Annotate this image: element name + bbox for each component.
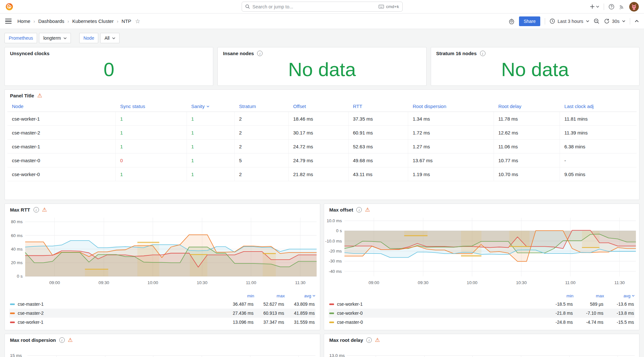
favorite-star-icon[interactable]: ☆ (135, 18, 140, 25)
legend-series-label[interactable]: cse-worker-0 (337, 311, 363, 316)
svg-text:10:00: 10:00 (148, 280, 158, 285)
grafana-logo-icon[interactable] (5, 3, 14, 11)
legend-sort-max[interactable]: max (573, 293, 604, 298)
panel-title[interactable]: Panel Title (10, 93, 34, 98)
series-color-swatch (10, 303, 15, 305)
info-icon: i (59, 337, 65, 343)
svg-text:11:00: 11:00 (565, 280, 575, 285)
max-root-dispersion-chart[interactable]: 15 ms (10, 355, 315, 357)
divider (604, 4, 604, 10)
max-rtt-chart[interactable]: 80 ms60 ms40 ms20 ms0 s09:0009:3010:0010… (5, 214, 320, 291)
cell-sync: 1 (116, 167, 187, 181)
user-avatar[interactable] (629, 2, 639, 12)
column-header-rtt[interactable]: RTT (349, 104, 409, 109)
warning-icon[interactable]: ⚠ (365, 207, 370, 213)
column-header-stratum[interactable]: Stratum (235, 104, 289, 109)
column-header-root-delay[interactable]: Root delay (494, 104, 560, 109)
column-header-sanity[interactable]: Sanity (187, 104, 235, 109)
cell-root_dispersion: 13.67 ms (408, 154, 494, 167)
svg-text:-30 ms: -30 ms (329, 259, 342, 264)
panel-max-rtt: Max RTT i ⚠ 80 ms60 ms40 ms20 ms0 s09:00… (5, 203, 320, 330)
info-icon: i (366, 337, 372, 343)
column-header-last-clock-adj[interactable]: Last clock adj (560, 104, 637, 109)
node-variable-select[interactable]: All (100, 33, 120, 43)
breadcrumb-dashboards[interactable]: Dashboards (38, 18, 64, 24)
cell-rtt: 43.11 ms (349, 167, 409, 181)
column-header-node[interactable]: Node (7, 104, 116, 109)
legend-min-value: -18.5 ms (542, 302, 573, 307)
news-feed-icon[interactable] (619, 4, 625, 10)
cell-offset: 18.46 ms (289, 112, 349, 125)
datasource-select[interactable]: longterm (39, 33, 71, 43)
legend-series-label[interactable]: cse-master-1 (18, 302, 44, 307)
table-row: cse-master-211230.17 ms60.91 ms1.72 ms12… (7, 126, 637, 140)
chevron-down-icon (63, 37, 67, 39)
series-color-swatch (329, 303, 334, 305)
cell-root_delay: 12.62 ms (494, 126, 560, 139)
warning-icon[interactable]: ⚠ (375, 337, 380, 343)
svg-text:60 ms: 60 ms (11, 233, 23, 238)
warning-icon[interactable]: ⚠ (42, 207, 47, 213)
panel-title[interactable]: Max offset (329, 207, 353, 213)
cell-last_clock_adj: 11.81 mins (560, 112, 637, 125)
legend-sort-avg[interactable]: avg (604, 293, 635, 298)
collapse-toolbar-icon[interactable] (635, 20, 639, 23)
legend-sort-min[interactable]: min (224, 293, 254, 298)
max-offset-chart[interactable]: 10.0 ms0 s-10.0 ms-20 ms-30 ms-40 ms09:0… (324, 214, 639, 291)
help-icon[interactable] (609, 4, 614, 10)
cell-stratum: 5 (235, 154, 289, 167)
new-menu-button[interactable] (590, 4, 599, 9)
cell-sync: 1 (116, 140, 187, 153)
cell-root_delay: 11.06 ms (494, 140, 560, 153)
cell-rtt: 52.63 ms (349, 140, 409, 153)
breadcrumb-folder[interactable]: Kubernetes Cluster (72, 18, 113, 24)
svg-text:0 s: 0 s (17, 274, 23, 279)
charts-row: Max RTT i ⚠ 80 ms60 ms40 ms20 ms0 s09:00… (5, 203, 639, 330)
divider (630, 18, 630, 25)
warning-icon[interactable]: ⚠ (68, 337, 73, 343)
search-bar[interactable]: cmd+k (242, 2, 403, 12)
column-header-sync-status[interactable]: Sync status (116, 104, 187, 109)
panel-title[interactable]: Max root delay (329, 337, 363, 343)
search-input[interactable] (253, 4, 376, 9)
legend-series-label[interactable]: cse-master-2 (18, 311, 44, 316)
legend-series-label[interactable]: cse-worker-1 (18, 320, 43, 325)
cell-offset: 21.82 ms (289, 167, 349, 181)
refresh-picker[interactable]: 30s (604, 18, 625, 24)
svg-text:11:30: 11:30 (614, 280, 625, 285)
legend-sort-max[interactable]: max (254, 293, 285, 298)
legend-max-value: 52.627 ms (254, 302, 284, 307)
time-range-picker[interactable]: Last 3 hours (550, 18, 589, 24)
breadcrumb-separator: › (117, 19, 119, 24)
legend-series-label[interactable]: cse-worker-1 (337, 302, 363, 307)
max-root-delay-chart[interactable]: 13.0 ms (329, 355, 635, 357)
svg-text:10.0 ms: 10.0 ms (327, 218, 342, 223)
panel-title[interactable]: Max RTT (10, 207, 30, 213)
panel-max-root-dispersion: Max root dispersion i ⚠ 15 ms (5, 334, 320, 357)
column-header-offset[interactable]: Offset (289, 104, 349, 109)
dashboard-canvas: Prometheus longterm Node All Unsynced cl… (0, 29, 644, 357)
cell-stratum: 2 (235, 140, 289, 153)
menu-toggle-icon[interactable] (5, 19, 12, 24)
legend-sort-avg[interactable]: avg (285, 293, 315, 298)
column-header-root-dispersion[interactable]: Root dispersion (408, 104, 494, 109)
svg-text:80 ms: 80 ms (11, 219, 23, 224)
share-button[interactable]: Share (519, 16, 540, 26)
keyboard-icon (379, 5, 384, 9)
cell-node: cse-worker-0 (7, 167, 116, 181)
dashboard-settings-icon[interactable] (509, 18, 514, 24)
table-row: cse-worker-111218.46 ms37.35 ms1.34 ms11… (7, 112, 637, 126)
zoom-out-time-icon[interactable] (594, 18, 600, 24)
datasource-label-chip[interactable]: Prometheus (5, 33, 37, 43)
legend-series-label[interactable]: cse-master-0 (337, 320, 363, 325)
warning-icon[interactable]: ⚠ (37, 93, 42, 98)
legend-sort-min[interactable]: min (543, 293, 573, 298)
series-color-swatch (329, 322, 334, 323)
panel-title[interactable]: Max root dispersion (10, 337, 56, 343)
node-variable-label-chip[interactable]: Node (79, 33, 98, 43)
breadcrumb-home[interactable]: Home (17, 18, 30, 24)
legend-max-value: 60.913 ms (254, 311, 284, 316)
cell-root_delay: 10.77 ms (494, 154, 560, 167)
svg-text:09:30: 09:30 (99, 280, 109, 285)
cell-sanity: 1 (187, 126, 235, 139)
